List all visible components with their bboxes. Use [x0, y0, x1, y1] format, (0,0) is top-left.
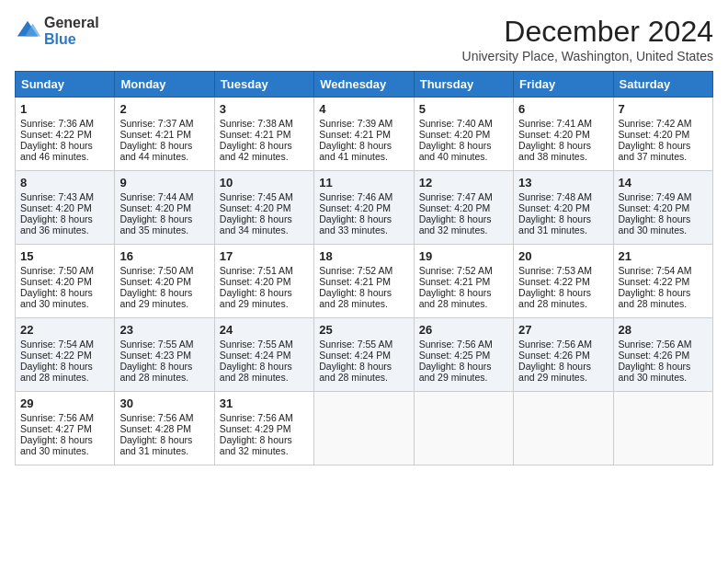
- day-number: 8: [20, 176, 109, 190]
- daylight-text: Daylight: 8 hours and 30 minutes.: [619, 361, 708, 383]
- sunset-text: Sunset: 4:28 PM: [119, 423, 209, 434]
- calendar-row: 15Sunrise: 7:50 AMSunset: 4:20 PMDayligh…: [16, 245, 713, 318]
- daylight-text: Daylight: 8 hours and 41 minutes.: [319, 140, 408, 162]
- sunset-text: Sunset: 4:20 PM: [518, 129, 608, 140]
- calendar-cell: 21Sunrise: 7:54 AMSunset: 4:22 PMDayligh…: [613, 245, 712, 318]
- sunrise-text: Sunrise: 7:52 AM: [319, 265, 408, 276]
- calendar-cell: 9Sunrise: 7:44 AMSunset: 4:20 PMDaylight…: [115, 171, 214, 245]
- calendar-cell: 23Sunrise: 7:55 AMSunset: 4:23 PMDayligh…: [115, 318, 214, 392]
- sunrise-text: Sunrise: 7:56 AM: [619, 339, 708, 350]
- calendar-cell: 18Sunrise: 7:52 AMSunset: 4:21 PMDayligh…: [314, 245, 414, 318]
- calendar-cell: 17Sunrise: 7:51 AMSunset: 4:20 PMDayligh…: [214, 245, 313, 318]
- daylight-text: Daylight: 8 hours and 29 minutes.: [220, 287, 309, 309]
- sunrise-text: Sunrise: 7:53 AM: [518, 265, 608, 276]
- daylight-text: Daylight: 8 hours and 28 minutes.: [119, 361, 209, 383]
- calendar-cell: 15Sunrise: 7:50 AMSunset: 4:20 PMDayligh…: [16, 245, 115, 318]
- day-number: 11: [319, 176, 408, 190]
- calendar-cell: 3Sunrise: 7:38 AMSunset: 4:21 PMDaylight…: [214, 98, 313, 171]
- sunrise-text: Sunrise: 7:54 AM: [619, 265, 708, 276]
- sunset-text: Sunset: 4:21 PM: [119, 129, 209, 140]
- header-row: Sunday Monday Tuesday Wednesday Thursday…: [16, 72, 713, 98]
- col-sunday: Sunday: [16, 72, 115, 98]
- day-number: 15: [20, 249, 109, 263]
- calendar-row: 29Sunrise: 7:56 AMSunset: 4:27 PMDayligh…: [16, 392, 713, 465]
- day-number: 31: [220, 396, 309, 410]
- sunset-text: Sunset: 4:20 PM: [220, 276, 309, 287]
- sunrise-text: Sunrise: 7:55 AM: [319, 339, 408, 350]
- sunset-text: Sunset: 4:21 PM: [319, 129, 408, 140]
- day-number: 28: [619, 323, 708, 337]
- sunrise-text: Sunrise: 7:55 AM: [119, 339, 209, 350]
- sunrise-text: Sunrise: 7:37 AM: [119, 118, 209, 129]
- day-number: 22: [20, 323, 109, 337]
- sunset-text: Sunset: 4:20 PM: [619, 202, 708, 213]
- day-number: 24: [220, 323, 309, 337]
- sunset-text: Sunset: 4:26 PM: [619, 350, 708, 361]
- sunset-text: Sunset: 4:24 PM: [319, 350, 408, 361]
- sunrise-text: Sunrise: 7:36 AM: [20, 118, 109, 129]
- sunrise-text: Sunrise: 7:50 AM: [20, 265, 109, 276]
- daylight-text: Daylight: 8 hours and 28 minutes.: [319, 361, 408, 383]
- daylight-text: Daylight: 8 hours and 38 minutes.: [518, 140, 608, 162]
- sunrise-text: Sunrise: 7:56 AM: [20, 412, 109, 423]
- day-number: 1: [20, 102, 109, 116]
- sunset-text: Sunset: 4:20 PM: [20, 202, 109, 213]
- calendar-cell: 2Sunrise: 7:37 AMSunset: 4:21 PMDaylight…: [115, 98, 214, 171]
- daylight-text: Daylight: 8 hours and 29 minutes.: [119, 287, 209, 309]
- day-number: 3: [220, 102, 309, 116]
- sunset-text: Sunset: 4:29 PM: [220, 423, 309, 434]
- daylight-text: Daylight: 8 hours and 40 minutes.: [419, 140, 508, 162]
- logo-text: General Blue: [44, 15, 99, 47]
- calendar-cell: 12Sunrise: 7:47 AMSunset: 4:20 PMDayligh…: [414, 171, 513, 245]
- logo: General Blue: [15, 15, 99, 47]
- title-area: December 2024 University Place, Washingt…: [462, 15, 713, 63]
- month-title: December 2024: [462, 15, 713, 49]
- day-number: 23: [119, 323, 209, 337]
- col-saturday: Saturday: [613, 72, 712, 98]
- sunset-text: Sunset: 4:26 PM: [518, 350, 608, 361]
- calendar-cell: 19Sunrise: 7:52 AMSunset: 4:21 PMDayligh…: [414, 245, 513, 318]
- sunset-text: Sunset: 4:20 PM: [419, 202, 508, 213]
- sunset-text: Sunset: 4:25 PM: [419, 350, 508, 361]
- daylight-text: Daylight: 8 hours and 30 minutes.: [20, 434, 109, 456]
- daylight-text: Daylight: 8 hours and 32 minutes.: [220, 434, 309, 456]
- day-number: 4: [319, 102, 408, 116]
- day-number: 17: [220, 249, 309, 263]
- logo-icon: [15, 18, 40, 44]
- day-number: 20: [518, 249, 608, 263]
- calendar-cell: 20Sunrise: 7:53 AMSunset: 4:22 PMDayligh…: [514, 245, 613, 318]
- calendar-cell: 30Sunrise: 7:56 AMSunset: 4:28 PMDayligh…: [115, 392, 214, 465]
- daylight-text: Daylight: 8 hours and 29 minutes.: [518, 361, 608, 383]
- sunrise-text: Sunrise: 7:46 AM: [319, 191, 408, 202]
- location: University Place, Washington, United Sta…: [462, 49, 713, 63]
- sunset-text: Sunset: 4:20 PM: [119, 202, 209, 213]
- day-number: 14: [619, 176, 708, 190]
- day-number: 16: [119, 249, 209, 263]
- calendar-cell: 5Sunrise: 7:40 AMSunset: 4:20 PMDaylight…: [414, 98, 513, 171]
- calendar-cell: 14Sunrise: 7:49 AMSunset: 4:20 PMDayligh…: [613, 171, 712, 245]
- day-number: 5: [419, 102, 508, 116]
- col-monday: Monday: [115, 72, 214, 98]
- calendar-cell: 7Sunrise: 7:42 AMSunset: 4:20 PMDaylight…: [613, 98, 712, 171]
- calendar-cell: 10Sunrise: 7:45 AMSunset: 4:20 PMDayligh…: [214, 171, 313, 245]
- day-number: 18: [319, 249, 408, 263]
- sunrise-text: Sunrise: 7:51 AM: [220, 265, 309, 276]
- daylight-text: Daylight: 8 hours and 37 minutes.: [619, 140, 708, 162]
- calendar-cell: 22Sunrise: 7:54 AMSunset: 4:22 PMDayligh…: [16, 318, 115, 392]
- daylight-text: Daylight: 8 hours and 28 minutes.: [319, 287, 408, 309]
- sunrise-text: Sunrise: 7:54 AM: [20, 339, 109, 350]
- day-number: 9: [119, 176, 209, 190]
- daylight-text: Daylight: 8 hours and 44 minutes.: [119, 140, 209, 162]
- sunset-text: Sunset: 4:27 PM: [20, 423, 109, 434]
- calendar-cell: 1Sunrise: 7:36 AMSunset: 4:22 PMDaylight…: [16, 98, 115, 171]
- day-number: 19: [419, 249, 508, 263]
- sunrise-text: Sunrise: 7:56 AM: [419, 339, 508, 350]
- daylight-text: Daylight: 8 hours and 32 minutes.: [419, 213, 508, 236]
- calendar-cell: 11Sunrise: 7:46 AMSunset: 4:20 PMDayligh…: [314, 171, 414, 245]
- day-number: 7: [619, 102, 708, 116]
- col-wednesday: Wednesday: [314, 72, 414, 98]
- day-number: 30: [119, 396, 209, 410]
- sunset-text: Sunset: 4:20 PM: [518, 202, 608, 213]
- daylight-text: Daylight: 8 hours and 28 minutes.: [20, 361, 109, 383]
- day-number: 6: [518, 102, 608, 116]
